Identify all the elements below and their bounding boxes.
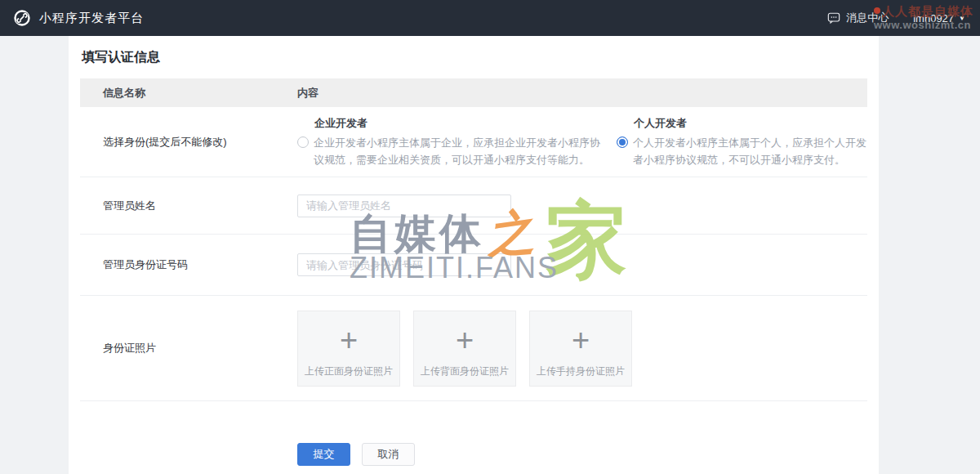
admin-id-input[interactable] — [297, 253, 511, 276]
message-center-label: 消息中心 — [846, 11, 889, 25]
upload-front-label: 上传正面身份证照片 — [305, 364, 393, 378]
upload-back-id-photo[interactable]: + 上传背面身份证照片 — [413, 311, 516, 387]
personal-option-desc: 个人开发者小程序主体属于个人，应承担个人开发者小程序协议规范，不可以开通小程序支… — [633, 134, 866, 168]
personal-option-title: 个人开发者 — [634, 116, 866, 131]
enterprise-option-desc: 企业开发者小程序主体属于企业，应承担企业开发者小程序协议规范，需要企业相关资质，… — [314, 134, 603, 168]
user-menu[interactable]: lmh0927 ▼ — [913, 12, 965, 25]
plus-icon: + — [456, 324, 474, 356]
plus-icon: + — [340, 324, 358, 356]
radio-option-personal: 个人开发者 个人开发者小程序主体属于个人，应承担个人开发者小程序协议规范，不可以… — [617, 116, 866, 168]
admin-name-input[interactable] — [297, 195, 511, 217]
upload-front-id-photo[interactable]: + 上传正面身份证照片 — [297, 311, 400, 387]
admin-id-label: 管理员身份证号码 — [80, 257, 297, 272]
admin-name-label: 管理员姓名 — [80, 199, 297, 213]
caret-down-icon: ▼ — [959, 15, 965, 22]
header-content: 内容 — [297, 86, 867, 101]
app-logo-icon[interactable] — [13, 9, 31, 27]
enterprise-radio-button[interactable] — [297, 136, 309, 148]
message-bubble-icon — [827, 11, 840, 25]
table-row-admin-name: 管理员姓名 — [80, 177, 867, 235]
table-header: 信息名称 内容 — [80, 78, 867, 107]
table-row-identity: 选择身份(提交后不能修改) 企业开发者 企业开发者小程序主体属于企业，应承担企业… — [80, 107, 867, 177]
upload-back-label: 上传背面身份证照片 — [421, 364, 509, 378]
page-title: 填写认证信息 — [69, 36, 879, 78]
id-photos-label: 身份证照片 — [80, 341, 297, 356]
auth-form-card: 填写认证信息 信息名称 内容 选择身份(提交后不能修改) 企业开发者 企业开发者… — [69, 36, 879, 474]
upload-holding-id-photo[interactable]: + 上传手持身份证照片 — [529, 311, 632, 387]
top-navbar: 小程序开发者平台 消息中心 lmh0927 ▼ 人人都是自媒体 www.wosh… — [0, 0, 980, 36]
personal-radio-button[interactable] — [617, 136, 628, 148]
cancel-button[interactable]: 取消 — [362, 443, 415, 466]
identity-row-label: 选择身份(提交后不能修改) — [80, 135, 297, 150]
table-row-admin-id: 管理员身份证号码 — [80, 235, 867, 296]
radio-option-enterprise: 企业开发者 企业开发者小程序主体属于企业，应承担企业开发者小程序协议规范，需要企… — [297, 116, 603, 168]
username: lmh0927 — [913, 12, 954, 25]
plus-icon: + — [572, 324, 590, 356]
header-info-name: 信息名称 — [80, 86, 297, 101]
table-row-id-photos: 身份证照片 + 上传正面身份证照片 + 上传背面身份证照片 + 上传手持身份证照… — [80, 296, 867, 401]
enterprise-option-title: 企业开发者 — [314, 116, 603, 131]
app-title: 小程序开发者平台 — [39, 11, 144, 26]
message-center-link[interactable]: 消息中心 — [827, 11, 889, 25]
form-actions: 提交 取消 — [80, 401, 867, 466]
navbar-brand: 小程序开发者平台 — [13, 9, 144, 27]
submit-button[interactable]: 提交 — [297, 443, 350, 466]
upload-holding-label: 上传手持身份证照片 — [537, 364, 625, 378]
